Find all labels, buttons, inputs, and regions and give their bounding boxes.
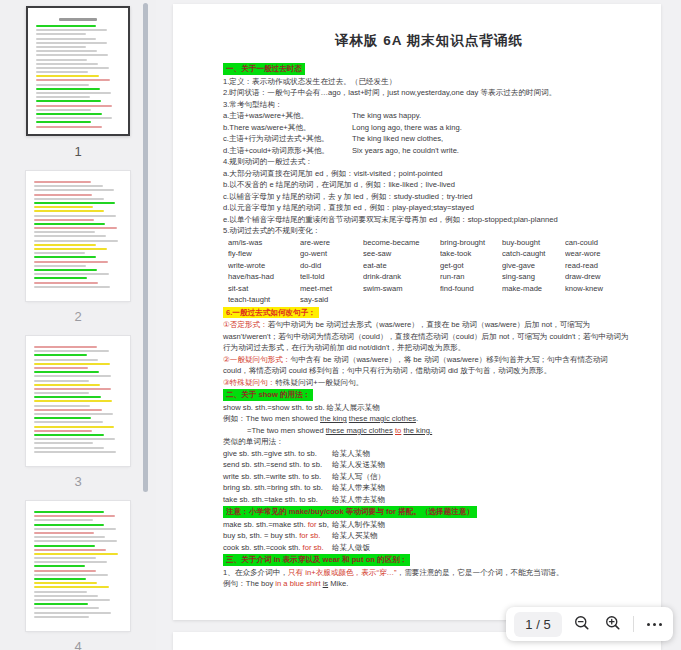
document-line: e.以单个辅音字母结尾的重读闭音节动词要双写末尾字母再加 ed，例如：stop-… <box>223 214 635 226</box>
thumbnail-text-line <box>34 273 109 275</box>
thumbnail-text-line <box>34 607 99 609</box>
verb-pair-cell: read-read <box>565 260 623 272</box>
verb-pair-cell: teach-taught <box>228 294 300 306</box>
thumbnail-text-line <box>36 42 107 44</box>
zoom-in-button[interactable] <box>602 613 624 635</box>
thumbnail-text-line <box>34 528 116 530</box>
thumbnail-text-line <box>36 109 91 111</box>
verb-pair-cell: get-got <box>440 260 502 272</box>
thumbnail-text-line <box>36 46 86 48</box>
verb-pair-cell: bring-brought <box>440 237 502 249</box>
document-line: b.以不发音的 e 结尾的动词，在词尾加 d，例如：like-liked；liv… <box>223 179 635 191</box>
verb-pair-cell: have/has-had <box>228 271 300 283</box>
verb-pair-cell: sing-sang <box>502 271 565 283</box>
thumbnail-text-line <box>34 413 113 415</box>
thumbnail-text-line <box>34 434 104 436</box>
thumbnail-text-line <box>34 235 106 237</box>
page-thumbnail-label: 1 <box>74 144 81 159</box>
thumbnail-text-line <box>36 96 90 98</box>
verb-pair-cell: drink-drank <box>363 271 440 283</box>
thumbnail-text-line <box>34 442 93 444</box>
thumbnail-text-line <box>34 380 89 382</box>
thumbnail-text-line <box>34 570 96 572</box>
document-line: 4.规则动词的一般过去式： <box>223 156 635 168</box>
thumbnail-text-line <box>36 117 112 119</box>
thumbnail-text-line <box>34 409 102 411</box>
document-line: show sb. sth.=show sth. to sb. 给某人展示某物 <box>223 402 635 414</box>
verb-pair-cell: tell-told <box>300 271 363 283</box>
page-indicator[interactable]: 1 / 5 <box>514 612 562 637</box>
more-options-button[interactable] <box>643 613 665 635</box>
viewer-toolbar: 1 / 5 <box>506 607 673 641</box>
page-thumbnail-4[interactable] <box>26 501 130 631</box>
verb-pair-cell: can-could <box>565 237 623 249</box>
page-thumbnail-label: 3 <box>74 474 81 489</box>
thumbnail-text-line <box>34 244 96 246</box>
thumbnail-text-line <box>34 515 115 517</box>
thumbnail-text-line <box>34 565 85 567</box>
verb-pair-cell: write-wrote <box>228 260 300 272</box>
verb-pair-cell <box>502 294 565 306</box>
verb-pair-cell <box>440 294 502 306</box>
verb-pair-cell: give-gave <box>502 260 565 272</box>
verb-pair-cell: take-took <box>440 248 502 260</box>
thumbnail-text-line <box>34 198 104 200</box>
thumbnail-text-line <box>34 371 99 373</box>
document-line: 二、关于 show 的用法： <box>223 388 635 402</box>
document-line: have/has-hadtell-tolddrink-drankrun-rans… <box>223 271 635 283</box>
thumbnail-text-line <box>34 210 104 212</box>
section-header: 一、关于一般过去时态 <box>223 63 305 75</box>
thumbnail-text-line <box>34 451 116 453</box>
thumbnail-list: 1234 <box>0 0 156 650</box>
document-line: make sb. sth.=make sth. for sb,给某人制作某物 <box>223 519 635 531</box>
document-line: 注意：小学常见的 make/buy/cook 等动词要与 for 搭配。（选择题… <box>223 505 635 519</box>
thumbnail-text-line <box>34 426 114 428</box>
verb-pair-cell <box>565 294 623 306</box>
thumbnail-text-line <box>34 405 90 407</box>
thumbnail-text-line <box>34 561 107 563</box>
document-line: cook sb. sth.=cook sth. for sb.给某人做饭 <box>223 542 635 554</box>
page-thumbnail-label: 2 <box>74 309 81 324</box>
thumbnail-text-line <box>34 536 105 538</box>
document-line: take sb. sth.=take sth. to sb.给某人带去某物 <box>223 494 635 506</box>
thumbnail-text-line <box>34 417 91 419</box>
more-icon <box>647 623 662 626</box>
document-line: a.主语+was/were+其他。The king was happy. <box>223 110 635 122</box>
verb-pair-cell: make-made <box>502 283 565 295</box>
page-thumbnail-1[interactable] <box>26 6 130 136</box>
thumbnail-text-line <box>34 524 104 526</box>
thumbnail-text-line <box>36 38 96 40</box>
page-thumbnail-3[interactable] <box>26 336 130 466</box>
verb-pair-cell: eat-ate <box>363 260 440 272</box>
page-thumbnail-2[interactable] <box>26 171 130 301</box>
thumbnail-text-line <box>34 240 118 242</box>
thumbnail-text-line <box>34 595 98 597</box>
thumbnail-text-line <box>36 67 109 69</box>
thumbnail-text-line <box>34 359 98 361</box>
thumbnail-text-line <box>34 586 109 588</box>
sidebar-scrollbar[interactable] <box>143 3 148 492</box>
document-line: ②一般疑问句形式：句中含有 be 动词（was/were），将 be 动词（wa… <box>223 354 635 377</box>
thumbnail-text-line <box>34 400 112 402</box>
thumbnail-sidebar: 1234 <box>0 0 156 650</box>
thumbnail-text-line <box>36 29 107 31</box>
thumbnail-text-line <box>34 367 88 369</box>
document-line: sit-satmeet-metswim-swamfind-foundmake-m… <box>223 283 635 295</box>
document-line: 例如：The two men showed the king these mag… <box>223 413 635 425</box>
verb-pair-cell: do-did <box>300 260 363 272</box>
thumbnail-text-line <box>34 286 110 288</box>
thumbnail-text-line <box>34 252 85 254</box>
thumbnail-text-line <box>36 33 86 35</box>
thumbnail-text-line <box>34 202 115 204</box>
document-title: 译林版 6A 期末知识点背诵纸 <box>223 32 635 50</box>
thumbnail-text-line <box>34 185 103 187</box>
section-header: 6.一般过去式如何改句子： <box>223 307 319 319</box>
zoom-out-button[interactable] <box>571 613 593 635</box>
thumbnail-text-line <box>34 256 96 258</box>
document-line: d.以元音字母加 y 结尾的动词，直接加 ed，例如：play-played;s… <box>223 202 635 214</box>
thumbnail-text-line <box>36 79 110 81</box>
thumbnail-text-line <box>34 219 94 221</box>
document-line: a.大部分动词直接在词尾加 ed，例如：visit-visited；point-… <box>223 168 635 180</box>
thumbnail-text-line <box>34 447 104 449</box>
thumbnail-text-line <box>34 545 95 547</box>
